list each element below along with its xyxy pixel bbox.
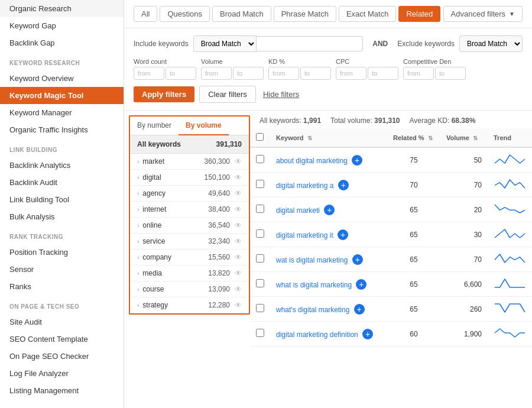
- keyword-link[interactable]: digital marketing a: [276, 182, 333, 190]
- eye-icon: 👁: [235, 253, 242, 261]
- sidebar-item-backlink-audit[interactable]: Backlink Audit: [0, 174, 124, 191]
- keyword-group-item[interactable]: › strategy 12,280 👁: [130, 297, 249, 313]
- sidebar-item-seo-content-template[interactable]: SEO Content Template: [0, 331, 124, 348]
- row-checkbox[interactable]: [256, 229, 264, 238]
- sidebar-item-site-audit[interactable]: Site Audit: [0, 313, 124, 331]
- keyword-link[interactable]: what's digital marketing: [276, 306, 349, 314]
- sidebar-item-link-building-tool[interactable]: Link Building Tool: [0, 191, 124, 208]
- sidebar-item-ranks[interactable]: Ranks: [0, 278, 124, 295]
- keyword-group-item[interactable]: › media 13,820 👁: [130, 265, 249, 281]
- sidebar-item-backlink-gap[interactable]: Backlink Gap: [0, 34, 124, 51]
- sidebar-item-keyword-magic-tool[interactable]: Keyword Magic Tool: [0, 87, 124, 104]
- cpc-from[interactable]: [336, 67, 366, 80]
- tab-questions[interactable]: Questions: [160, 6, 210, 22]
- keyword-group-count: 32,340: [208, 237, 230, 245]
- word-count-from[interactable]: [134, 67, 164, 80]
- sidebar-item-backlink-analytics[interactable]: Backlink Analytics: [0, 157, 124, 174]
- word-count-to[interactable]: [166, 67, 196, 80]
- exclude-type-select[interactable]: Broad Match: [459, 35, 523, 52]
- keyword-group-count: 150,100: [205, 173, 230, 182]
- add-keyword-button[interactable]: +: [356, 279, 366, 290]
- keyword-group-count: 15,560: [208, 253, 230, 261]
- row-checkbox[interactable]: [256, 205, 264, 213]
- all-keywords-row[interactable]: All keywords 391,310: [130, 135, 249, 154]
- advanced-filters-button[interactable]: Advanced filters ▼: [443, 6, 523, 22]
- clear-filters-button[interactable]: Clear filters: [199, 86, 256, 103]
- keyword-link[interactable]: about digital marketing: [276, 157, 348, 165]
- add-keyword-button[interactable]: +: [354, 304, 365, 315]
- tab-by-volume[interactable]: By volume: [179, 116, 229, 135]
- row-checkbox[interactable]: [256, 329, 264, 337]
- row-checkbox[interactable]: [256, 254, 264, 263]
- col-header-related[interactable]: Related % ⇅: [387, 128, 440, 147]
- sidebar-section-management: MANAGEMENT: [0, 399, 124, 408]
- select-all-checkbox[interactable]: [256, 133, 264, 141]
- tab-broad-match[interactable]: Broad Match: [212, 6, 271, 22]
- tab-related[interactable]: Related: [398, 6, 440, 22]
- sidebar-item-keyword-manager[interactable]: Keyword Manager: [0, 104, 124, 121]
- tab-exact-match[interactable]: Exact Match: [339, 6, 397, 22]
- sidebar-item-label: Keyword Gap: [9, 21, 56, 30]
- keyword-group-name: strategy: [142, 301, 206, 309]
- cpc-to[interactable]: [368, 67, 398, 80]
- sidebar-item-sensor[interactable]: Sensor: [0, 261, 124, 278]
- add-keyword-button[interactable]: +: [338, 229, 348, 240]
- add-keyword-button[interactable]: +: [338, 180, 349, 190]
- keyword-group-name: online: [142, 221, 206, 229]
- keyword-group-item[interactable]: › course 13,090 👁: [130, 281, 249, 297]
- tab-phrase-match[interactable]: Phrase Match: [274, 6, 336, 22]
- add-keyword-button[interactable]: +: [362, 329, 373, 339]
- volume-to[interactable]: [233, 67, 264, 80]
- keyword-group-item[interactable]: › online 36,540 👁: [130, 218, 249, 234]
- keyword-group-item[interactable]: › digital 150,100 👁: [130, 170, 249, 186]
- comp-den-to[interactable]: [435, 67, 466, 80]
- row-checkbox[interactable]: [256, 180, 264, 188]
- sidebar-item-keyword-gap[interactable]: Keyword Gap: [0, 17, 124, 34]
- all-keywords-label: All keywords: [137, 140, 181, 148]
- sidebar-item-organic-traffic-insights[interactable]: Organic Traffic Insights: [0, 121, 124, 138]
- keyword-group-name: agency: [142, 189, 206, 197]
- include-type-select[interactable]: Broad Match: [193, 35, 257, 52]
- volume-value: 1,900: [440, 322, 488, 347]
- and-label: AND: [368, 40, 392, 48]
- tab-all[interactable]: All: [134, 6, 157, 22]
- volume-from[interactable]: [201, 67, 232, 80]
- keyword-group-item[interactable]: › market 360,300 👁: [130, 154, 249, 170]
- keyword-link[interactable]: digital marketing definition: [276, 331, 358, 339]
- chevron-right-icon: ›: [137, 270, 139, 277]
- keyword-link[interactable]: what is digital marketing: [276, 281, 352, 289]
- comp-den-from[interactable]: [403, 67, 434, 80]
- include-keywords-input[interactable]: [257, 36, 364, 51]
- add-keyword-button[interactable]: +: [324, 205, 335, 215]
- keyword-group-item[interactable]: › agency 49,640 👁: [130, 186, 249, 202]
- sidebar-item-keyword-overview[interactable]: Keyword Overview: [0, 70, 124, 87]
- add-keyword-button[interactable]: +: [352, 155, 362, 166]
- col-header-keyword[interactable]: Keyword ⇅: [270, 128, 387, 147]
- kd-to[interactable]: [300, 67, 331, 80]
- table-row: about digital marketing + 75 50: [250, 147, 532, 173]
- keyword-group-item[interactable]: › service 32,340 👁: [130, 234, 249, 250]
- keyword-link[interactable]: wat is digital marketing: [276, 256, 348, 264]
- sidebar-item-label: Keyword Magic Tool: [9, 91, 83, 100]
- keyword-group-item[interactable]: › company 15,560 👁: [130, 250, 249, 265]
- apply-filters-button[interactable]: Apply filters: [134, 86, 194, 102]
- sidebar-item-organic-research[interactable]: Organic Research: [0, 0, 124, 17]
- hide-filters-button[interactable]: Hide filters: [261, 86, 301, 102]
- col-header-volume[interactable]: Volume ⇅: [440, 128, 488, 147]
- row-checkbox[interactable]: [256, 304, 264, 312]
- sidebar-item-label: Organic Research: [9, 4, 72, 13]
- sidebar-item-log-file-analyzer[interactable]: Log File Analyzer: [0, 365, 124, 382]
- keyword-group-item[interactable]: › internet 38,400 👁: [130, 202, 249, 218]
- sidebar-item-position-tracking[interactable]: Position Tracking: [0, 244, 124, 261]
- keyword-link[interactable]: digital marketi: [276, 206, 320, 215]
- row-checkbox[interactable]: [256, 279, 264, 287]
- kd-from[interactable]: [268, 67, 299, 80]
- sidebar-item-label: Bulk Analysis: [9, 212, 55, 221]
- sidebar-item-listing-management[interactable]: Listing Management: [0, 382, 124, 399]
- sidebar-item-bulk-analysis[interactable]: Bulk Analysis: [0, 208, 124, 225]
- row-checkbox[interactable]: [256, 155, 264, 163]
- tab-by-number[interactable]: By number: [130, 116, 179, 135]
- sidebar-item-on-page-seo-checker[interactable]: On Page SEO Checker: [0, 348, 124, 365]
- add-keyword-button[interactable]: +: [352, 254, 363, 265]
- keyword-link[interactable]: digital marketing it: [276, 231, 333, 239]
